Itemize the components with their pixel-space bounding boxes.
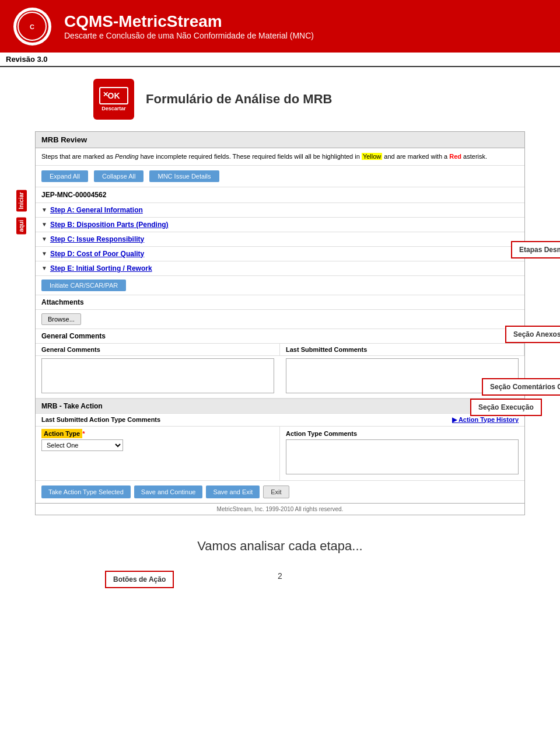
step-b-row: ▼ Step B: Disposition Parts (Pending) [36, 218, 524, 232]
notice-pending: Pending [115, 153, 138, 160]
iniciar-label: Iniciar [16, 190, 27, 211]
callout-etapas-box: Etapas Desmontáveis [511, 241, 560, 259]
callout-etapas: Etapas Desmontáveis [511, 245, 537, 254]
notice-part4: asterisk. [461, 153, 487, 160]
action-type-field-label: Action Type* [41, 430, 274, 437]
comments-section-header: General Comments [36, 329, 524, 344]
step-d-link[interactable]: Step D: Cost of Poor Quality [50, 250, 144, 258]
last-submitted-row: Last Submitted Action Type Comments ▶ Ac… [36, 414, 524, 427]
mnc-issue-details-button[interactable]: MNC Issue Details [149, 170, 219, 182]
notice-part3: and are marked with a [382, 153, 449, 160]
callout-comentarios: Seção Comentários Gerais [482, 382, 508, 392]
callout-botoes-arrow: Botões de Ação [105, 575, 131, 584]
comments-col1-wrapper [36, 356, 280, 398]
step-d-row: ▼ Step D: Cost of Poor Quality [36, 247, 524, 261]
page-footer: Vamos analisar cada etapa... 2 [23, 515, 537, 592]
action-type-select[interactable]: Select One [41, 439, 123, 451]
aqui-label: aqui [16, 218, 26, 235]
step-c-toggle[interactable]: ▼ [41, 236, 47, 242]
comments-section: General Comments General Comments Last S… [36, 329, 524, 399]
logo-circle: C [13, 8, 51, 46]
step-c-link[interactable]: Step C: Issue Responsibility [50, 235, 144, 243]
last-submitted-label: Last Submitted Action Type Comments [41, 416, 160, 423]
browse-row: Browse... [36, 310, 524, 329]
step-e-toggle[interactable]: ▼ [41, 265, 47, 271]
notice-yellow: Yellow [362, 153, 382, 160]
comments-col2-header: Last Submitted Comments [280, 344, 524, 356]
callout-execucao: Seção Execução [470, 403, 496, 412]
form-header: ✕ OK Descartar Formulário de Análise do … [93, 79, 537, 120]
ok-text: OK [108, 91, 120, 100]
initiate-button[interactable]: Initiate CAR/SCAR/PAR [41, 280, 126, 291]
callout-anexos-arrow: Seção Anexos [505, 330, 531, 339]
ok-badge: ✕ OK [99, 87, 128, 104]
action-fields-row: Action Type* Select One Action Type Comm… [36, 427, 524, 481]
form-title: Formulário de Análise do MRB [146, 92, 332, 107]
bottom-buttons: Take Action Type Selected Save and Conti… [36, 481, 524, 504]
comments-col1: General Comments [36, 344, 280, 398]
mrb-notice: Steps that are marked as Pending have in… [36, 148, 524, 166]
step-b-link[interactable]: Step B: Disposition Parts (Pending) [50, 221, 169, 229]
discard-label: Descartar [102, 106, 126, 111]
general-comments-textarea[interactable] [41, 358, 274, 393]
callout-botoes: Botões de Ação [105, 575, 131, 584]
step-b-toggle[interactable]: ▼ [41, 221, 47, 228]
vamos-text: Vamos analisar cada etapa... [23, 539, 537, 554]
notice-part2: have incomplete required fields. These r… [138, 153, 362, 160]
take-action-button[interactable]: Take Action Type Selected [41, 485, 131, 498]
toolbar: Expand All Collapse All MNC Issue Detail… [36, 166, 524, 187]
action-type-col: Action Type* Select One [36, 427, 280, 480]
expand-all-button[interactable]: Expand All [41, 170, 88, 182]
select-wrapper: Select One [41, 439, 274, 451]
comments-col1-header: General Comments [36, 344, 280, 356]
step-d-toggle[interactable]: ▼ [41, 250, 47, 257]
copyright-text: MetricStream, Inc. 1999-2010 All rights … [36, 504, 524, 515]
step-c-row: ▼ Step C: Issue Responsibility [36, 232, 524, 247]
discard-icon: ✕ OK Descartar [93, 79, 134, 120]
save-continue-button[interactable]: Save and Continue [134, 485, 203, 498]
comments-grid: General Comments Last Submitted Comments [36, 344, 524, 399]
step-a-toggle[interactable]: ▼ [41, 207, 47, 213]
save-exit-button[interactable]: Save and Exit [206, 485, 260, 498]
panel-wrapper: Iniciar aqui MRB Review Steps that are m… [35, 131, 525, 515]
notice-red: Red [449, 153, 461, 160]
collapse-all-button[interactable]: Collapse All [94, 170, 144, 182]
action-type-history-link[interactable]: ▶ Action Type History [452, 416, 519, 424]
app-title: CQMS-MetricStream [64, 12, 314, 31]
main-content: ✕ OK Descartar Formulário de Análise do … [0, 67, 560, 604]
logo-inner: C [16, 11, 48, 43]
mrb-panel: MRB Review Steps that are marked as Pend… [35, 131, 525, 515]
callout-anexos-box: Seção Anexos [505, 326, 560, 343]
step-a-row: ▼ Step A: General Information [36, 203, 524, 218]
logo-container: C [12, 6, 52, 47]
step-a-link[interactable]: Step A: General Information [50, 206, 143, 214]
revision-bar: Revisão 3.0 [0, 53, 560, 67]
x-mark: ✕ [103, 90, 108, 99]
browse-button[interactable]: Browse... [41, 313, 81, 325]
page-number: 2 [23, 571, 537, 581]
notice-part1: Steps that are marked as [41, 153, 115, 160]
callout-execucao-box: Seção Execução [470, 399, 542, 416]
callout-etapas-arrow: Etapas Desmontáveis [511, 245, 537, 254]
header-text-block: CQMS-MetricStream Descarte e Conclusão d… [64, 12, 314, 40]
action-comments-label: Action Type Comments [286, 430, 519, 437]
callout-execucao-arrow: Seção Execução [470, 403, 496, 412]
callout-comentarios-box: Seção Comentários Gerais [482, 378, 560, 396]
app-subtitle: Descarte e Conclusão de uma Não Conformi… [64, 31, 314, 40]
attachments-header: Attachments [36, 295, 524, 310]
page-header: C CQMS-MetricStream Descarte e Conclusão… [0, 0, 560, 53]
required-star: * [82, 430, 85, 437]
action-type-label-text: Action Type [41, 429, 82, 438]
exit-button[interactable]: Exit [263, 485, 289, 498]
record-id: JEP-MNC-00004562 [36, 187, 524, 203]
callout-anexos: Seção Anexos [505, 330, 531, 339]
step-e-link[interactable]: Step E: Initial Sorting / Rework [50, 264, 152, 273]
action-comments-col: Action Type Comments [280, 427, 524, 480]
callout-botoes-box: Botões de Ação [105, 571, 174, 588]
revision-text: Revisão 3.0 [6, 55, 48, 64]
callout-comentarios-arrow: Seção Comentários Gerais [482, 382, 508, 392]
step-e-row: ▼ Step E: Initial Sorting / Rework [36, 261, 524, 276]
action-type-comments-textarea[interactable] [286, 439, 519, 474]
take-action-header: MRB - Take Action [36, 399, 524, 414]
svg-text:C: C [30, 23, 34, 30]
